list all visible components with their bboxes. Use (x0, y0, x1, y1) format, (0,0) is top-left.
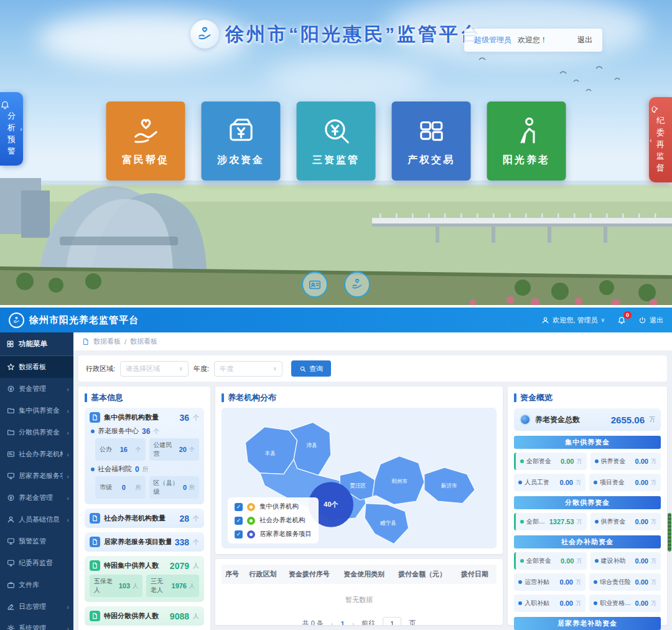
sidebar-item-居家养老服务项目[interactable]: 居家养老服务项目› (0, 465, 73, 487)
sidebar-item-label: 人员基础信息 (19, 515, 63, 524)
chip-row: 五保老人103人三无老人1976人 (90, 575, 199, 597)
sidebar-item-系统管理[interactable]: 系统管理› (0, 618, 73, 630)
tile-三资监管[interactable]: 三资监管 (297, 101, 376, 181)
gear-icon (7, 624, 15, 630)
tile-富民帮促[interactable]: 富民帮促 (106, 101, 185, 181)
bullet-label: 社会福利院 (98, 464, 132, 474)
tile-label: 阳光养老 (503, 154, 550, 167)
region-select[interactable]: 请选择区域 ∨ (120, 361, 189, 377)
map-region-label-丰县: 丰县 (265, 450, 276, 456)
map-layer-checkbox-社会办养老机构[interactable]: ✓社会办养老机构 (235, 516, 312, 525)
fund-section-header-分散供养资金: 分散供养资金 (514, 496, 661, 509)
region-select-placeholder: 请选择区域 (126, 364, 160, 374)
map-layer-checkbox-集中供养机构[interactable]: ✓集中供养机构 (235, 502, 312, 511)
sidebar-item-社会办养老机构[interactable]: 社会办养老机构› (0, 443, 73, 465)
basic-info-title: 基本信息 (91, 392, 123, 403)
region-filter-label: 行政区域: (86, 364, 115, 374)
sidebar-item-集中供养资金[interactable]: 集中供养资金› (0, 400, 73, 421)
bullet-value: 0 (135, 465, 139, 474)
sidebar-item-分散供养资金[interactable]: 分散供养资金› (0, 421, 73, 443)
user-icon (541, 316, 549, 324)
sidebar-item-label: 居家养老服务项目 (19, 471, 63, 481)
chip-unit: 个 (189, 446, 195, 454)
fund-stat-unit: 万 (651, 599, 656, 608)
sidebar-item-文件库[interactable]: 文件库 (0, 574, 73, 596)
search-button[interactable]: 查询 (291, 360, 331, 377)
card-value: 36 (179, 413, 189, 423)
sidebar-item-日志管理[interactable]: 日志管理› (0, 596, 73, 618)
card-unit: 个 (193, 514, 199, 523)
user-menu[interactable]: 欢迎您, 管理员 ∨ (541, 316, 605, 325)
sidebar-item-label: 文件库 (19, 580, 69, 590)
sidebar-item-数据看板[interactable]: 数据看板 (0, 356, 73, 378)
tile-label: 产权交易 (408, 154, 455, 167)
person-icon (7, 515, 15, 524)
sidebar-item-label: 资金管理 (19, 384, 63, 393)
discipline-supervision-tab[interactable]: 纪委再监督 ‹ (649, 97, 672, 182)
document-icon (90, 412, 100, 423)
sidebar-item-label: 养老金管理 (19, 493, 63, 502)
xuzhou-district-map[interactable]: 丰县沛县贾汪区邳州市新沂市睢宁县 40个 ✓集中供养机构✓社会办养老机构✓居家养… (222, 408, 497, 548)
edit-icon (7, 603, 15, 611)
chevron-right-icon: › (20, 125, 22, 133)
page-number[interactable]: 1 (341, 620, 345, 626)
stat-chip: 公建民营 20 个 (149, 438, 200, 461)
page-input[interactable] (383, 617, 401, 625)
basic-info-card-特困分散供养人数: 特困分散供养人数9088人 (85, 606, 204, 626)
table-header-资金使用类别: 资金使用类别 (340, 565, 394, 584)
card-row: 居家养老服务项目数量338个 (90, 537, 199, 547)
document-icon (90, 537, 100, 547)
bell-icon (0, 100, 23, 110)
notification-bell-button[interactable]: 0 (617, 316, 626, 324)
welcome-text: 欢迎您！ (518, 35, 548, 45)
power-icon (638, 316, 646, 324)
sidebar-item-label: 系统管理 (19, 624, 63, 630)
sidebar-menu-header[interactable]: 功能菜单 (0, 332, 73, 356)
fund-stat-label: 职业资格补贴 (600, 599, 633, 608)
total-funds-label: 养老资金总数 (535, 415, 607, 425)
sidebar-item-预警监管[interactable]: 预警监管 (0, 530, 73, 552)
fund-stat-label: 运营补贴 (525, 578, 558, 586)
total-count-label: 共 0 条 (302, 619, 324, 625)
card-value: 28 (179, 514, 189, 524)
map-layer-checkbox-居家养老服务项目[interactable]: ✓居家养老服务项目 (235, 530, 312, 538)
sidebar-item-养老金管理[interactable]: 养老金管理› (0, 487, 73, 509)
year-select[interactable]: 年度 ∨ (214, 361, 282, 377)
fund-section-header-集中供养资金: 集中供养资金 (514, 436, 661, 449)
checkbox-checked-icon: ✓ (235, 517, 243, 525)
idcard-circle-button[interactable] (302, 271, 328, 298)
scrollbar-thumb[interactable] (668, 513, 671, 552)
tile-产权交易[interactable]: 产权交易 (392, 101, 471, 181)
sidebar-item-人员基础信息[interactable]: 人员基础信息› (0, 509, 73, 530)
stat-dot (595, 520, 599, 524)
breadcrumb-current: 数据看板 (130, 337, 157, 346)
next-page-button[interactable]: › (352, 620, 355, 626)
sidebar-item-纪委再监督[interactable]: 纪委再监督 (0, 552, 73, 574)
care-circle-button[interactable] (344, 271, 370, 298)
walletYuan-icon (225, 115, 256, 146)
fund-stat-value: 0.00 (635, 458, 648, 465)
fund-stat-value: 0.00 (635, 557, 648, 565)
fund-stat-全部资金: 全部资金0.00万 (514, 552, 587, 570)
sidebar-item-label: 集中供养资金 (19, 406, 63, 415)
chip-value: 0 (183, 484, 187, 491)
prev-page-button[interactable]: ‹ (331, 620, 334, 626)
page-suffix-label: 页 (409, 619, 416, 625)
sidebar-item-资金管理[interactable]: 资金管理› (0, 378, 73, 400)
stat-chip: 五保老人103人 (90, 575, 142, 597)
total-pension-funds-card: 养老资金总数 2655.06 万 (514, 408, 661, 431)
handHeart-icon (130, 115, 161, 146)
chip-unit: 人 (189, 582, 195, 590)
fund-stat-职业资格补贴: 职业资格补贴0.00万 (589, 595, 661, 612)
logout-button[interactable]: 退出 (638, 316, 663, 325)
fund-stat-项目资金: 项目资金0.00万 (589, 474, 661, 491)
tile-涉农资金[interactable]: 涉农资金 (202, 101, 281, 181)
tile-label: 涉农资金 (217, 154, 264, 167)
hero-logout-button[interactable]: 退出 (577, 35, 592, 45)
tile-阳光养老[interactable]: 阳光养老 (487, 101, 566, 181)
fund-row: 全部资金1327.53万供养资金0.00万 (514, 513, 661, 530)
bullet-value: 36 (142, 427, 150, 436)
analysis-warning-tab[interactable]: 分析预警 › (0, 92, 23, 166)
breadcrumb-root[interactable]: 数据看板 (93, 337, 121, 346)
search-button-label: 查询 (309, 364, 323, 374)
